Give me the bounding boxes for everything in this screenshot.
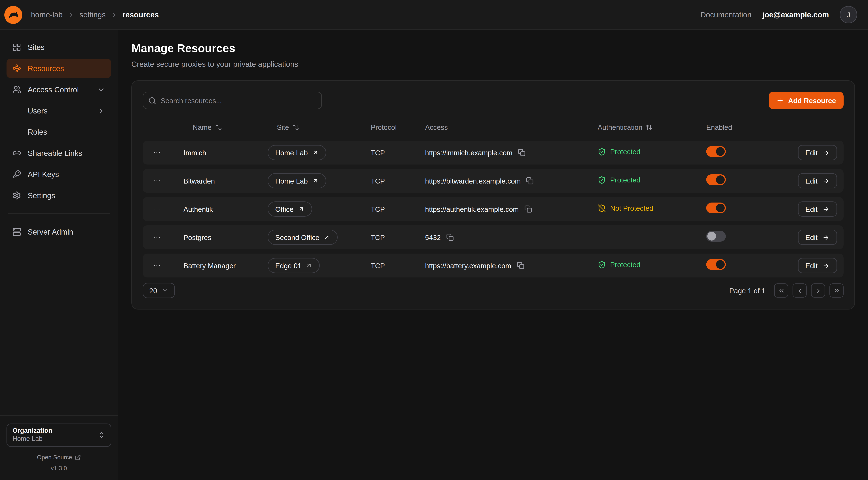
site-link-button[interactable]: Office (268, 202, 312, 217)
shield-check-icon (598, 261, 606, 269)
copy-button[interactable] (526, 177, 534, 185)
organization-picker[interactable]: Organization Home Lab (6, 423, 111, 447)
breadcrumb-org[interactable]: home-lab (31, 10, 63, 19)
page-size-select[interactable]: 20 (143, 283, 175, 298)
edit-button[interactable]: Edit (798, 230, 837, 245)
sidebar-divider (8, 213, 110, 214)
version-label: v1.3.0 (51, 465, 67, 471)
site-name: Home Lab (275, 177, 308, 185)
edit-button[interactable]: Edit (798, 258, 837, 273)
auth-badge: Not Protected (598, 204, 653, 212)
site-link-button[interactable]: Home Lab (268, 145, 326, 160)
ellipsis-icon (153, 261, 161, 270)
protocol-value: TCP (371, 149, 425, 157)
access-value: https://battery.example.com (425, 262, 511, 270)
chevron-right-icon (815, 287, 822, 294)
first-page-button[interactable] (774, 283, 788, 298)
arrow-up-right-icon (298, 206, 304, 212)
sidebar-item-label: Roles (28, 128, 47, 136)
enabled-toggle[interactable] (706, 231, 726, 242)
previous-page-button[interactable] (793, 283, 807, 298)
shield-off-icon (598, 204, 606, 212)
site-name: Edge 01 (275, 262, 302, 270)
organization-picker-title: Organization (12, 427, 52, 435)
enabled-toggle[interactable] (706, 203, 726, 213)
edit-button[interactable]: Edit (798, 202, 837, 217)
table-row: Postgres Second Office TCP 5432 (143, 226, 844, 249)
site-link-button[interactable]: Second Office (268, 230, 338, 245)
auth-badge: - (598, 234, 600, 242)
server-icon (12, 228, 21, 236)
protocol-value: TCP (371, 262, 425, 270)
chevron-down-icon (162, 287, 168, 294)
site-link-button[interactable]: Edge 01 (268, 258, 320, 273)
edit-button[interactable]: Edit (798, 145, 837, 160)
user-avatar[interactable]: J (840, 6, 857, 23)
documentation-link[interactable]: Documentation (701, 10, 752, 19)
access-value: 5432 (425, 233, 441, 241)
breadcrumb-settings[interactable]: settings (80, 10, 106, 19)
sidebar-item-roles[interactable]: Roles (6, 122, 111, 142)
sidebar-item-settings[interactable]: Settings (6, 186, 111, 205)
sort-icon (215, 124, 222, 131)
row-actions-menu-button[interactable] (149, 230, 164, 245)
column-name[interactable]: Name (184, 123, 268, 131)
enabled-toggle[interactable] (706, 259, 726, 270)
shield-check-icon (598, 148, 606, 156)
topbar: home-lab settings resources Documentatio… (0, 0, 868, 30)
enabled-toggle[interactable] (706, 146, 726, 157)
edit-button-label: Edit (805, 149, 817, 157)
last-page-button[interactable] (830, 283, 844, 298)
edit-button-label: Edit (805, 262, 817, 270)
copy-button[interactable] (517, 262, 524, 269)
open-source-link[interactable]: Open Source (37, 454, 81, 460)
table-row: Battery Manager Edge 01 TCP https://batt… (143, 253, 844, 277)
page-subtitle: Create secure proxies to your private ap… (131, 60, 855, 68)
resource-name: Immich (184, 149, 268, 157)
sidebar-item-resources[interactable]: Resources (6, 59, 111, 78)
app-logo[interactable] (4, 6, 22, 24)
sidebar-item-api-keys[interactable]: API Keys (6, 164, 111, 184)
row-actions-menu-button[interactable] (149, 145, 164, 160)
sidebar-item-server-admin[interactable]: Server Admin (6, 222, 111, 242)
auth-badge: Protected (598, 261, 640, 269)
arrow-right-icon (823, 206, 830, 213)
arrow-right-icon (823, 177, 830, 184)
main-content: Manage Resources Create secure proxies t… (118, 30, 868, 480)
table-row: Authentik Office TCP https://authentik.e… (143, 197, 844, 221)
sidebar-item-sites[interactable]: Sites (6, 37, 111, 57)
gear-icon (12, 191, 21, 200)
site-link-button[interactable]: Home Lab (268, 173, 326, 188)
enabled-toggle[interactable] (706, 174, 726, 185)
chevron-down-icon (97, 86, 105, 94)
table-row: Bitwarden Home Lab TCP https://bitwarden… (143, 169, 844, 193)
sidebar-item-access-control[interactable]: Access Control (6, 80, 111, 99)
copy-button[interactable] (446, 234, 454, 241)
row-actions-menu-button[interactable] (149, 258, 164, 273)
ellipsis-icon (153, 177, 161, 185)
sidebar-item-label: Settings (28, 191, 55, 200)
copy-icon (446, 234, 454, 241)
arrow-right-icon (823, 234, 830, 241)
auth-label: Not Protected (610, 204, 653, 212)
copy-button[interactable] (524, 205, 532, 213)
search-icon (148, 96, 156, 104)
sidebar-item-users[interactable]: Users (6, 101, 111, 121)
copy-button[interactable] (518, 149, 525, 156)
next-page-button[interactable] (811, 283, 825, 298)
breadcrumb-resources[interactable]: resources (123, 10, 159, 19)
frame: Sites Resources Access Control (0, 30, 868, 480)
edit-button[interactable]: Edit (798, 173, 837, 188)
column-authentication[interactable]: Authentication (598, 123, 706, 131)
sidebar-item-shareable-links[interactable]: Shareable Links (6, 143, 111, 163)
resource-name: Bitwarden (184, 177, 268, 185)
arrow-up-right-icon (306, 262, 312, 269)
search-input[interactable] (143, 92, 322, 109)
row-actions-menu-button[interactable] (149, 173, 164, 188)
add-resource-button[interactable]: Add Resource (769, 92, 844, 109)
row-actions-menu-button[interactable] (149, 202, 164, 217)
users-icon (12, 85, 21, 94)
sidebar-bottom: Organization Home Lab Open Source v1.3.0 (0, 415, 118, 474)
column-site[interactable]: Site (268, 123, 371, 131)
protocol-value: TCP (371, 177, 425, 185)
